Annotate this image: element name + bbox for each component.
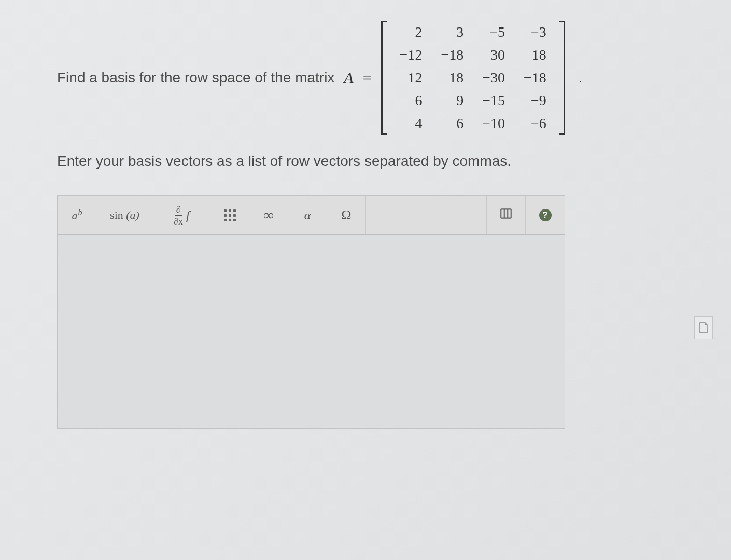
trig-button[interactable]: sin (a) <box>96 196 153 234</box>
help-button[interactable]: ? <box>526 196 565 234</box>
derivative-icon: ∂ ∂x f <box>174 205 190 226</box>
period: . <box>579 69 583 86</box>
matrix-display: 2 3 −5 −3 −12 −18 30 18 12 18 −30 −18 <box>381 21 565 135</box>
matrix-cell: −6 <box>514 112 556 135</box>
matrix-cell: −30 <box>473 66 514 89</box>
superscript-icon: ab <box>72 208 82 222</box>
alpha-button[interactable]: α <box>288 196 327 234</box>
matrix-cell: 6 <box>431 112 473 135</box>
matrix-grid-button[interactable] <box>210 196 249 234</box>
matrix-cell: 12 <box>390 66 432 89</box>
matrix-cell: 18 <box>431 66 473 89</box>
question-block: Find a basis for the row space of the ma… <box>57 21 679 135</box>
help-icon: ? <box>539 209 552 221</box>
power-button[interactable]: ab <box>58 196 96 234</box>
matrix-cell: 9 <box>431 89 473 112</box>
infinity-button[interactable]: ∞ <box>249 196 288 234</box>
matrix-cell: 2 <box>390 21 432 44</box>
toolbar-spacer <box>366 196 487 234</box>
equals-sign: = <box>363 69 372 87</box>
omega-icon: Ω <box>341 207 351 223</box>
omega-button[interactable]: Ω <box>327 196 366 234</box>
prompt-row: Find a basis for the row space of the ma… <box>57 21 583 135</box>
page-icon <box>698 321 709 334</box>
matrix-cell: 6 <box>390 89 432 112</box>
infinity-icon: ∞ <box>263 207 274 223</box>
matrix-cell: −15 <box>473 89 514 112</box>
columns-button[interactable] <box>487 196 526 234</box>
alpha-icon: α <box>304 208 311 222</box>
svg-rect-0 <box>501 209 511 218</box>
sin-icon: sin (a) <box>110 208 139 222</box>
matrix-row: 6 9 −15 −9 <box>390 89 556 112</box>
matrix-row: 12 18 −30 −18 <box>390 66 556 89</box>
matrix-cell: −9 <box>514 89 556 112</box>
matrix-bracket-left <box>381 21 387 135</box>
matrix-cell: 30 <box>473 44 514 66</box>
matrix-row: 2 3 −5 −3 <box>390 21 556 44</box>
answer-input[interactable] <box>58 235 565 428</box>
matrix-variable: A <box>344 69 353 87</box>
matrix-cell: 3 <box>431 21 473 44</box>
editor-toolbar: ab sin (a) ∂ ∂x f ∞ <box>58 196 565 235</box>
matrix-row: −12 −18 30 18 <box>390 44 556 66</box>
columns-icon <box>499 207 513 223</box>
matrix-cell: −3 <box>514 21 556 44</box>
fullscreen-tab[interactable] <box>694 316 713 339</box>
grid-icon <box>224 209 236 221</box>
matrix-cell: 4 <box>390 112 432 135</box>
matrix-cell: −18 <box>431 44 473 66</box>
matrix-cell: −18 <box>514 66 556 89</box>
matrix-table: 2 3 −5 −3 −12 −18 30 18 12 18 −30 −18 <box>390 21 556 135</box>
matrix-bracket-right <box>559 21 565 135</box>
matrix-cell: −5 <box>473 21 514 44</box>
matrix-cell: −12 <box>390 44 432 66</box>
math-editor: ab sin (a) ∂ ∂x f ∞ <box>57 195 565 429</box>
matrix-cell: 18 <box>514 44 556 66</box>
matrix-row: 4 6 −10 −6 <box>390 112 556 135</box>
matrix-cell: −10 <box>473 112 514 135</box>
derivative-button[interactable]: ∂ ∂x f <box>153 196 210 234</box>
instruction-text: Enter your basis vectors as a list of ro… <box>57 153 679 170</box>
prompt-text: Find a basis for the row space of the ma… <box>57 69 334 86</box>
